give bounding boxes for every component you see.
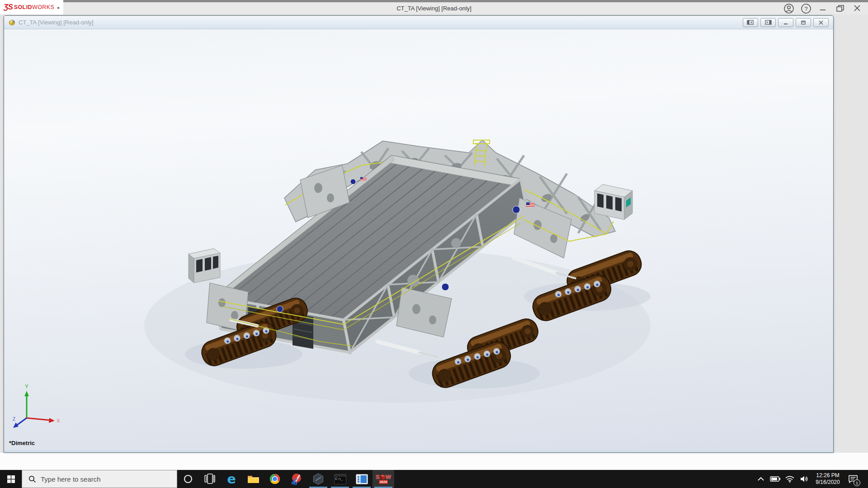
crawler-model [4,30,833,450]
app-title: CT_TA [Viewing] [Read-only] [0,2,868,14]
command-prompt-icon: C:\_ [334,474,346,484]
document-close-button[interactable] [813,18,829,27]
hexagon-app-icon [312,473,324,485]
clock-date: 9/16/2020 [813,479,843,486]
file-explorer-button[interactable] [242,470,264,488]
triad-z-label: Z [13,417,15,422]
below-window-strip [0,453,868,470]
task-view-icon [204,474,215,484]
document-window-bottom-strip [4,450,833,453]
search-icon [28,475,36,483]
solidworks-part-icon [8,19,16,27]
wifi-icon [785,476,794,483]
solidworks-cube-icon [380,474,385,480]
cortana-button[interactable] [177,470,199,488]
show-right-pane-button[interactable] [760,18,776,27]
system-tray: 12:26 PM 9/16/2020 1 [755,470,868,488]
right-cab [594,184,632,220]
action-center-button[interactable]: 1 [845,470,861,488]
notification-badge: 1 [854,479,860,486]
graphics-viewport[interactable]: Y X Z *Dimetric [4,30,833,450]
clock-time: 12:26 PM [813,472,843,479]
snipping-tool-button[interactable] [286,470,307,488]
document-restore-button[interactable] [796,18,811,27]
battery-icon [770,476,781,482]
hexagon-app-button[interactable] [307,470,329,488]
restore-button[interactable] [835,3,846,14]
solidworks-2020-button[interactable]: S W 2020 [373,470,394,488]
document-window-controls [743,18,829,27]
app-window-controls: ? [783,2,863,14]
account-icon[interactable] [783,3,795,14]
blue-window-app-button[interactable] [351,470,373,488]
solidworks-2020-icon: S W 2020 [376,474,391,484]
cortana-icon [183,474,193,484]
view-orientation-label: *Dimetric [9,440,35,446]
windows-logo-icon [7,475,15,483]
document-titlebar[interactable]: CT_TA [Viewing] [Read-only] [4,16,833,29]
tray-chevron-button[interactable] [755,470,767,488]
solidworks-logo-text: SOLIDWORKS [14,4,54,10]
battery-button[interactable] [769,470,781,488]
minimize-button[interactable] [817,3,829,14]
wifi-button[interactable] [784,470,796,488]
taskbar: e [0,470,868,488]
app-titlebar: ƷS SOLIDWORKS ▸ CT_TA [Viewing] [Read-on… [0,0,868,14]
speaker-icon [800,475,809,483]
command-prompt-button[interactable]: C:\_ [329,470,351,488]
document-window: CT_TA [Viewing] [Read-only] [4,15,834,453]
task-view-button[interactable] [199,470,221,488]
desktop-screen: ƷS SOLIDWORKS ▸ CT_TA [Viewing] [Read-on… [0,0,868,488]
close-button[interactable] [852,3,863,14]
search-input[interactable] [41,475,158,483]
document-minimize-button[interactable] [778,18,793,27]
chrome-button[interactable] [264,470,286,488]
file-explorer-icon [247,474,259,484]
left-cab [189,249,220,283]
orientation-triad: Y X Z [10,383,65,432]
svg-text:?: ? [804,5,807,12]
document-title: CT_TA [Viewing] [Read-only] [19,19,743,26]
edge-icon: e [227,473,236,485]
chevron-up-icon [757,477,764,481]
clock[interactable]: 12:26 PM 9/16/2020 [813,472,843,486]
triad-x-label: X [57,418,60,423]
solidworks-logo[interactable]: ƷS SOLIDWORKS ▸ [0,0,63,14]
chrome-icon [269,473,281,485]
start-button[interactable] [0,470,22,488]
menu-expand-arrow-icon[interactable]: ▸ [57,5,60,10]
blue-window-app-icon [356,474,368,484]
taskbar-search[interactable] [22,470,177,488]
triad-y-label: Y [25,384,28,389]
edge-button[interactable]: e [221,470,242,488]
snipping-tool-icon [291,473,302,485]
help-icon[interactable]: ? [800,3,812,14]
volume-button[interactable] [798,470,810,488]
solidworks-logo-mark: ƷS [4,3,13,12]
show-left-pane-button[interactable] [743,18,758,27]
taskbar-empty-area [394,470,755,488]
